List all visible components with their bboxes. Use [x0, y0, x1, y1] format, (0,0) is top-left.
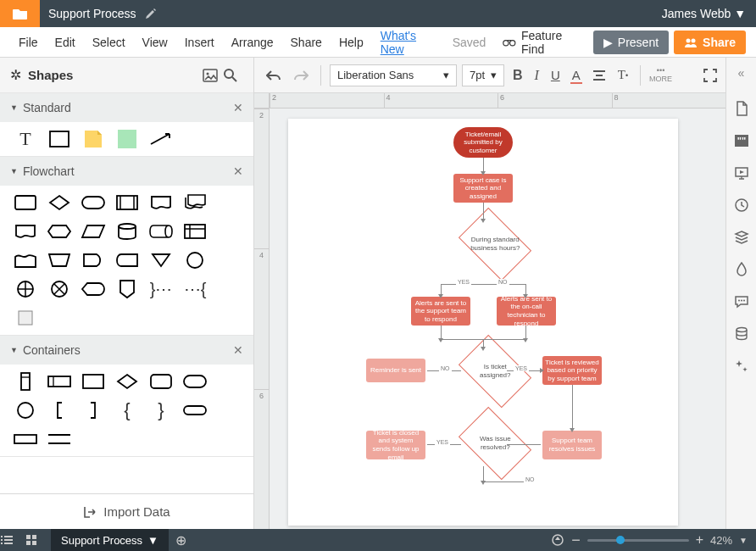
bold-button[interactable]: B: [509, 68, 526, 83]
fc-sum[interactable]: [46, 279, 73, 299]
comment-icon[interactable]: [733, 293, 750, 310]
drop-icon[interactable]: [733, 261, 750, 278]
fc-note[interactable]: [12, 308, 39, 328]
node-business-hours[interactable]: During standard business hours?: [459, 208, 531, 281]
page-tab[interactable]: Support Process ▼: [51, 529, 169, 551]
cn-round[interactable]: [147, 371, 175, 392]
menu-edit[interactable]: Edit: [47, 36, 84, 49]
zoom-out-button[interactable]: −: [571, 532, 581, 549]
fc-connector[interactable]: [181, 250, 208, 270]
fc-predefined[interactable]: [114, 192, 141, 213]
image-icon[interactable]: [203, 69, 223, 82]
feature-find[interactable]: Feature Find: [494, 29, 587, 56]
fc-merge[interactable]: [147, 250, 175, 270]
present-button[interactable]: ▶ Present: [593, 31, 669, 54]
node-ticket-assigned[interactable]: Is ticket assigned?: [459, 335, 531, 408]
node-alert-team[interactable]: Alerts are sent to the support team to r…: [411, 297, 470, 326]
menu-whats-new[interactable]: What's New: [372, 29, 444, 56]
cn-brace-r[interactable]: }: [147, 400, 175, 420]
pencil-icon[interactable]: [145, 8, 156, 19]
italic-button[interactable]: I: [531, 68, 542, 83]
fc-display[interactable]: [80, 279, 107, 299]
zoom-in-button[interactable]: +: [696, 532, 703, 548]
undo-button[interactable]: [263, 70, 285, 81]
menu-share[interactable]: Share: [282, 36, 331, 49]
shape-note[interactable]: [80, 129, 107, 149]
fc-preparation[interactable]: [46, 221, 73, 242]
more-button[interactable]: •••MORE: [649, 67, 672, 84]
folder-icon[interactable]: [0, 0, 40, 27]
node-create-case[interactable]: Support case is created and assigned: [453, 174, 513, 203]
list-view-icon[interactable]: [0, 535, 25, 545]
zoom-slider[interactable]: [587, 539, 689, 542]
canvas[interactable]: 2468 246 Ticket/email submitted by custo…: [254, 93, 725, 529]
node-resolved[interactable]: Was issue resolved?: [459, 407, 531, 480]
close-icon[interactable]: ✕: [233, 101, 243, 114]
menu-view[interactable]: View: [134, 36, 176, 49]
layers-icon[interactable]: [733, 229, 750, 246]
clock-icon[interactable]: [733, 197, 750, 214]
cn-bracket-r[interactable]: [80, 400, 107, 420]
text-formatting-button[interactable]: T•: [614, 68, 631, 82]
close-icon[interactable]: ✕: [233, 343, 243, 357]
page[interactable]: Ticket/email submitted by customer Suppo…: [288, 119, 678, 526]
node-start[interactable]: Ticket/email submitted by customer: [453, 127, 513, 158]
shape-fill[interactable]: [114, 129, 141, 149]
user-menu[interactable]: James Webb ▼: [652, 7, 756, 20]
shape-arrow[interactable]: [147, 129, 175, 149]
fullscreen-button[interactable]: [703, 69, 717, 82]
menu-insert[interactable]: Insert: [176, 36, 223, 49]
node-alert-oncall[interactable]: Alerts are sent to the on-call technicia…: [497, 297, 556, 326]
fc-directdata[interactable]: [147, 221, 175, 242]
node-resolve-issues[interactable]: Support team resolves issues: [542, 431, 602, 459]
fc-stored[interactable]: [114, 250, 141, 270]
zoom-mode-icon[interactable]: [551, 533, 564, 547]
cn-brace-l[interactable]: {: [114, 400, 141, 420]
cn-rect2[interactable]: [12, 429, 39, 449]
fc-document1[interactable]: [147, 192, 175, 213]
fc-offpage[interactable]: [114, 279, 141, 299]
cn-pill[interactable]: [181, 371, 208, 392]
cn-hrect[interactable]: [46, 371, 73, 392]
collapse-icon[interactable]: «: [733, 64, 750, 81]
cn-diamond[interactable]: [114, 371, 141, 392]
menu-arrange[interactable]: Arrange: [223, 36, 282, 49]
cn-vrect[interactable]: [12, 371, 39, 392]
fc-brace-l[interactable]: ⋯{: [181, 279, 208, 299]
data-icon[interactable]: [733, 326, 750, 342]
cn-bracket-l[interactable]: [46, 400, 73, 420]
fc-process[interactable]: [12, 192, 39, 213]
cn-circle[interactable]: [12, 400, 39, 420]
section-standard[interactable]: ▼Standard✕: [0, 93, 253, 122]
fc-or[interactable]: [12, 279, 39, 299]
fc-terminator[interactable]: [80, 192, 107, 213]
share-button[interactable]: Share: [674, 31, 746, 54]
close-icon[interactable]: ✕: [233, 164, 243, 178]
grid-view-icon[interactable]: [25, 534, 51, 546]
menu-file[interactable]: File: [10, 36, 47, 49]
fc-document2[interactable]: [12, 221, 39, 242]
sparkle-icon[interactable]: [733, 358, 750, 375]
shape-rect[interactable]: [46, 129, 73, 149]
document-icon[interactable]: [733, 100, 750, 117]
search-icon[interactable]: [223, 68, 243, 83]
text-color-button[interactable]: A: [569, 68, 584, 82]
section-containers[interactable]: ▼Containers✕: [0, 336, 253, 365]
fc-data[interactable]: [80, 221, 107, 242]
cn-rect[interactable]: [80, 371, 107, 392]
cn-pill2[interactable]: [181, 400, 208, 420]
quote-icon[interactable]: "": [733, 132, 750, 149]
underline-button[interactable]: U: [548, 68, 564, 82]
add-page-button[interactable]: ⊕: [169, 532, 194, 548]
zoom-level[interactable]: 42%: [710, 534, 732, 547]
fc-database[interactable]: [114, 221, 141, 242]
node-review[interactable]: Ticket is reviewed based on priority by …: [542, 356, 602, 385]
fc-paper[interactable]: [12, 250, 39, 270]
section-flowchart[interactable]: ▼Flowchart✕: [0, 157, 253, 186]
fc-manual[interactable]: [46, 250, 73, 270]
fc-brace-r[interactable]: }⋯: [147, 279, 175, 299]
fc-decision[interactable]: [46, 192, 73, 213]
present-icon[interactable]: [733, 164, 750, 181]
import-data-button[interactable]: Import Data: [0, 493, 253, 529]
fc-delay[interactable]: [80, 250, 107, 270]
